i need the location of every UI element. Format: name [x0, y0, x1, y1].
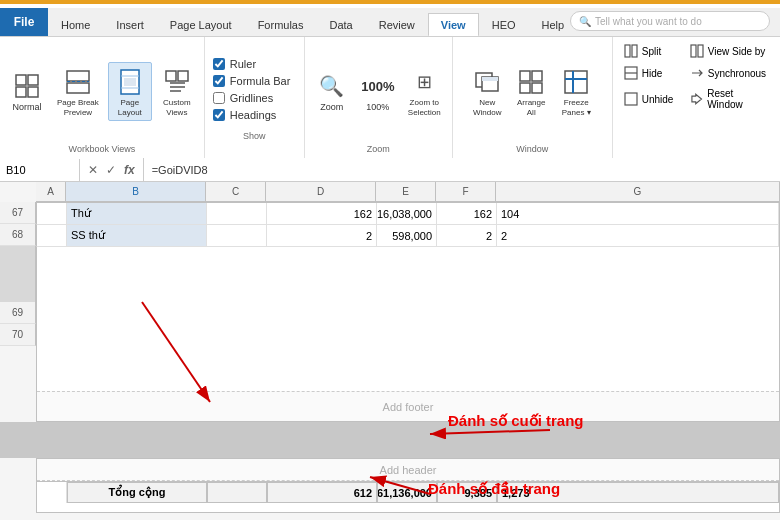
cell-67-b[interactable]: Thứ	[67, 203, 207, 224]
tab-home[interactable]: Home	[48, 12, 103, 36]
page-break-preview-label: Page BreakPreview	[57, 98, 99, 117]
name-box[interactable]: B10	[0, 159, 80, 181]
insert-function-icon[interactable]: fx	[122, 163, 137, 177]
hide-button[interactable]: Hide	[619, 63, 679, 83]
view-side-by-button[interactable]: View Side by	[685, 41, 771, 61]
zoom-to-selection-button[interactable]: ⊞ Zoom toSelection	[403, 63, 446, 120]
ruler-checkbox-label[interactable]: Ruler	[213, 58, 296, 70]
grid-row-67: Thứ 162 16,038,000 162 104	[37, 203, 779, 225]
col-header-f: F	[436, 182, 496, 201]
tab-review[interactable]: Review	[366, 12, 428, 36]
tab-page-layout[interactable]: Page Layout	[157, 12, 245, 36]
ribbon-content: Normal Page BreakPreview	[0, 36, 780, 158]
tab-heo[interactable]: HEO	[479, 12, 529, 36]
cell-68-b[interactable]: SS thứ	[67, 225, 207, 246]
zoom-group: 🔍 Zoom 100% 100% ⊞ Zoom toSelection Zoom	[305, 37, 453, 158]
cell-67-a[interactable]	[37, 203, 67, 224]
grid-row-68: SS thứ 2 598,000 2 2	[37, 225, 779, 247]
svg-rect-2	[16, 87, 26, 97]
svg-rect-0	[16, 75, 26, 85]
cell-67-g[interactable]: 104	[497, 203, 779, 224]
normal-view-button[interactable]: Normal	[6, 67, 48, 116]
custom-views-label: CustomViews	[163, 98, 191, 117]
row-gap	[0, 246, 36, 302]
split-button[interactable]: Split	[619, 41, 679, 61]
add-header-zone[interactable]: Add header	[37, 459, 779, 481]
tab-formulas[interactable]: Formulas	[245, 12, 317, 36]
cell-68-d[interactable]: 2	[267, 225, 377, 246]
show-group-label: Show	[213, 131, 296, 141]
synchronous-button[interactable]: Synchronous	[685, 63, 771, 83]
formula-input[interactable]: =GoiDVID8	[144, 164, 780, 176]
col-header-a: A	[36, 182, 66, 201]
cell-69-g[interactable]: 1,273	[497, 482, 779, 503]
cell-68-a[interactable]	[37, 225, 67, 246]
cancel-formula-icon[interactable]: ✕	[86, 163, 100, 177]
svg-rect-23	[565, 71, 587, 93]
svg-rect-11	[166, 71, 176, 81]
freeze-panes-label: FreezePanes ▾	[562, 98, 591, 117]
add-footer-zone[interactable]: Add footer	[37, 391, 779, 421]
show-group: Ruler Formula Bar Gridlines Headings Sho…	[205, 37, 305, 158]
tell-me-bar[interactable]: 🔍 Tell what you want to do	[570, 11, 770, 31]
cell-68-c[interactable]	[207, 225, 267, 246]
row-num-70-side: 70	[0, 324, 36, 346]
formula-bar-checkbox[interactable]	[213, 75, 225, 87]
headings-checkbox[interactable]	[213, 109, 225, 121]
tab-view[interactable]: View	[428, 13, 479, 37]
ruler-checkbox[interactable]	[213, 58, 225, 70]
file-button[interactable]: File	[0, 8, 48, 36]
page-layout-label: PageLayout	[118, 98, 142, 117]
new-window-button[interactable]: NewWindow	[466, 63, 508, 120]
split-hide-group: Split View Side by Hide Synchronous	[613, 37, 780, 158]
col-header-g: G	[496, 182, 780, 201]
svg-rect-27	[632, 45, 637, 57]
arrange-all-label: ArrangeAll	[517, 98, 545, 117]
cell-67-d[interactable]: 162	[267, 203, 377, 224]
row-num-67-side: 67	[0, 202, 36, 224]
ribbon: File Home Insert Page Layout Formulas Da…	[0, 4, 780, 158]
col-header-c: C	[206, 182, 266, 201]
cell-67-c[interactable]	[207, 203, 267, 224]
unhide-button[interactable]: Unhide	[619, 85, 679, 113]
cell-68-g[interactable]: 2	[497, 225, 779, 246]
svg-rect-4	[67, 71, 89, 81]
gridlines-checkbox-label[interactable]: Gridlines	[213, 92, 296, 104]
add-footer-text: Add footer	[383, 401, 434, 413]
freeze-panes-button[interactable]: FreezePanes ▾	[554, 63, 598, 120]
cell-67-f[interactable]: 162	[437, 203, 497, 224]
arrange-all-button[interactable]: ArrangeAll	[510, 63, 552, 120]
page-layout-button[interactable]: PageLayout	[108, 62, 152, 121]
tab-data[interactable]: Data	[316, 12, 365, 36]
svg-rect-21	[520, 83, 530, 93]
zoom-100-button[interactable]: 100% 100%	[357, 67, 399, 116]
cell-69-a[interactable]	[37, 482, 67, 503]
formula-bar-checkbox-label[interactable]: Formula Bar	[213, 75, 296, 87]
zoom-button[interactable]: 🔍 Zoom	[311, 67, 353, 116]
search-icon: 🔍	[579, 16, 591, 27]
cell-69-b[interactable]: Tổng cộng	[67, 482, 207, 503]
tab-insert[interactable]: Insert	[103, 12, 157, 36]
confirm-formula-icon[interactable]: ✓	[104, 163, 118, 177]
row-numbers: 67 68 69 70	[0, 202, 36, 520]
svg-rect-1	[28, 75, 38, 85]
gridlines-checkbox[interactable]	[213, 92, 225, 104]
page-break-preview-button[interactable]: Page BreakPreview	[52, 63, 104, 120]
svg-rect-3	[28, 87, 38, 97]
reset-window-button[interactable]: Reset Window	[685, 85, 774, 113]
workbook-views-label: Workbook Views	[6, 144, 198, 154]
cell-67-e[interactable]: 16,038,000	[377, 203, 437, 224]
svg-rect-28	[691, 45, 696, 57]
cell-69-d[interactable]: 612	[267, 482, 377, 503]
workbook-views-group: Normal Page BreakPreview	[0, 37, 205, 158]
custom-views-button[interactable]: CustomViews	[156, 63, 198, 120]
col-header-b: B	[66, 182, 206, 201]
zoom-to-sel-label: Zoom toSelection	[408, 98, 441, 117]
svg-rect-26	[625, 45, 630, 57]
cell-68-f[interactable]: 2	[437, 225, 497, 246]
cell-69-f[interactable]: 9,385	[437, 482, 497, 503]
cell-69-c[interactable]	[207, 482, 267, 503]
headings-checkbox-label[interactable]: Headings	[213, 109, 296, 121]
cell-68-e[interactable]: 598,000	[377, 225, 437, 246]
cell-69-e[interactable]: 4,061,136,000	[377, 482, 437, 503]
